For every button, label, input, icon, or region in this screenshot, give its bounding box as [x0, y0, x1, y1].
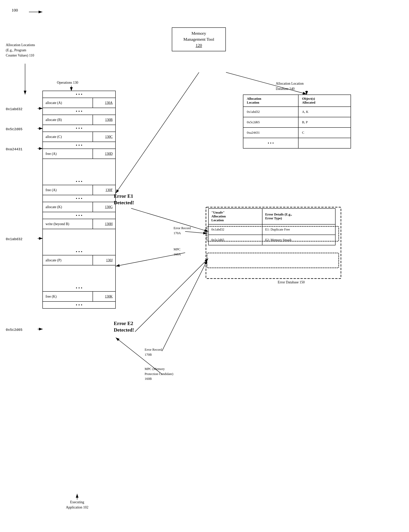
- addr-label-3: 0xa24431: [6, 147, 22, 151]
- error-e2-label: Error E2 Detected!: [114, 320, 134, 333]
- op-ref-cell: 130F: [93, 185, 115, 195]
- table-row: allocate (P) 130J: [43, 255, 115, 265]
- error-col-header-location: "Unsafe"AllocationLocation: [208, 208, 262, 224]
- op-cell: allocate (B): [43, 115, 93, 125]
- table-row: free (K) 130K: [43, 291, 115, 301]
- op-cell: free (A): [43, 185, 93, 195]
- alloc-locations-label: Allocation Locations (E.g., Program Coun…: [6, 42, 44, 58]
- table-row: 0x5c2d65 E2: Memory Smash: [208, 235, 335, 245]
- table-row: [43, 159, 115, 178]
- error-details-1: E1: Duplicate Free: [262, 224, 335, 235]
- table-row: allocate (A) 130A: [43, 98, 115, 108]
- db-location-3: 0xa24431: [243, 128, 298, 138]
- table-row: • • •: [243, 138, 351, 148]
- mmt-line1: Memory: [174, 30, 223, 37]
- db-dots: • • •: [243, 138, 298, 148]
- alloc-db-label: Allocation Location Database 140: [276, 81, 318, 92]
- error-location-1: 0x1abd32: [208, 224, 262, 235]
- op-ref-cell: 130C: [93, 132, 115, 142]
- op-cell: free (K): [43, 291, 93, 301]
- mmt-ref: 120: [174, 42, 223, 48]
- table-row: 0x5c2d65 B, P: [243, 117, 351, 128]
- op-cell: free (A): [43, 149, 93, 159]
- table-row: • • •: [43, 125, 115, 132]
- op-cell: allocate (K): [43, 202, 93, 212]
- mpc-b-label: MPC (Memory Protection Candidate) 160B: [145, 366, 173, 381]
- mpc-a-label: MPC 160A: [174, 247, 181, 257]
- error-record-b-line1: Error Record: [145, 347, 162, 352]
- exec-app-line2: Application 102: [52, 505, 102, 510]
- table-row: AllocationLocation Object(s)Allocated: [243, 95, 351, 107]
- error-record-b-line2: 170B: [145, 352, 162, 357]
- error-record-b-label: Error Record 170B: [145, 347, 162, 357]
- addr-label-2: 0x5c2d65: [6, 127, 22, 131]
- error-details-2: E2: Memory Smash: [262, 235, 335, 245]
- alloc-loc-line3: Counter Values) 110: [6, 53, 44, 58]
- error-record-a-label: Error Record 170A: [174, 226, 191, 235]
- op-ref-cell: 130G: [93, 202, 115, 212]
- table-row: • • •: [43, 142, 115, 149]
- mpc-a-line2: 160A: [174, 252, 181, 257]
- fig-num-text: 100: [12, 8, 18, 12]
- operations-label-text: Operations 130: [57, 81, 78, 84]
- table-row: write (beyond B) 130H: [43, 219, 115, 229]
- table-row: • • •: [43, 91, 115, 98]
- db-location-2: 0x5c2d65: [243, 117, 298, 128]
- alloc-loc-line1: Allocation Locations: [6, 42, 44, 48]
- table-row: free (A) 130D: [43, 149, 115, 159]
- db-objects-3: C: [298, 128, 351, 138]
- mmt-box: Memory Management Tool 120: [172, 27, 226, 51]
- op-cell: allocate (P): [43, 255, 93, 265]
- op-ref-cell: 130B: [93, 115, 115, 125]
- col-header-location: AllocationLocation: [243, 95, 298, 107]
- table-row: • • •: [43, 285, 115, 291]
- op-ref-cell: 130H: [93, 219, 115, 229]
- error-e1-line1: Error E1: [114, 193, 134, 199]
- error-e1-line2: Detected!: [114, 199, 134, 206]
- addr-label-5: 0x5c2d65: [6, 328, 22, 332]
- error-col-header-details: Error Details (E.g.,Error Type): [262, 208, 335, 224]
- table-row: • • •: [43, 178, 115, 185]
- error-record-a-line2: 170A: [174, 231, 191, 236]
- op-cell: allocate (A): [43, 98, 93, 108]
- table-row: free (A) 130F: [43, 185, 115, 195]
- op-ref-cell: 130K: [93, 291, 115, 301]
- mpc-b-line2: Protection Candidate): [145, 372, 173, 376]
- error-db-line1: Error Database 150: [278, 280, 305, 285]
- error-e2-line1: Error E2: [114, 320, 134, 327]
- col-header-objects: Object(s)Allocated: [298, 95, 351, 107]
- op-ref-cell: 130A: [93, 98, 115, 108]
- op-cell: write (beyond B): [43, 219, 93, 229]
- error-record-2-box: [207, 253, 339, 268]
- table-row: • • •: [43, 248, 115, 255]
- alloc-db-line2: Database 140: [276, 86, 318, 92]
- db-location-1: 0x1abd32: [243, 107, 298, 117]
- e1-to-errdb-arrow: [131, 208, 208, 232]
- alloc-db-table: AllocationLocation Object(s)Allocated 0x…: [243, 94, 351, 149]
- table-row: • • •: [43, 301, 115, 308]
- table-row: • • •: [43, 195, 115, 202]
- operations-label: Operations 130: [57, 81, 78, 85]
- error-record-a-line1: Error Record: [174, 226, 191, 231]
- e2-to-errdb-arrow: [135, 259, 208, 332]
- figure-number: 100: [12, 8, 18, 13]
- mmt-to-e1-arrow: [116, 72, 199, 193]
- table-row: [43, 229, 115, 248]
- table-row: "Unsafe"AllocationLocation Error Details…: [208, 208, 335, 224]
- error-db-label: Error Database 150: [278, 280, 305, 285]
- db-objects-1: A, K: [298, 107, 351, 117]
- alloc-db-line1: Allocation Location: [276, 81, 318, 86]
- mpc-b-line1: MPC (Memory: [145, 366, 173, 372]
- error-e2-line2: Detected!: [114, 327, 134, 333]
- table-row: • • •: [43, 212, 115, 219]
- op-cell: allocate (C): [43, 132, 93, 142]
- table-row: allocate (K) 130G: [43, 202, 115, 212]
- op-ref-cell: 130J: [93, 255, 115, 265]
- alloc-loc-line2: (E.g., Program: [6, 48, 44, 53]
- mpc-a-line1: MPC: [174, 247, 181, 252]
- table-row: 0x1abd32 A, K: [243, 107, 351, 117]
- addr-label-4: 0x1abd32: [6, 237, 22, 241]
- table-row: 0xa24431 C: [243, 128, 351, 138]
- table-row: • • •: [43, 108, 115, 115]
- operations-table: • • • allocate (A) 130A • • • allocate (…: [42, 91, 116, 309]
